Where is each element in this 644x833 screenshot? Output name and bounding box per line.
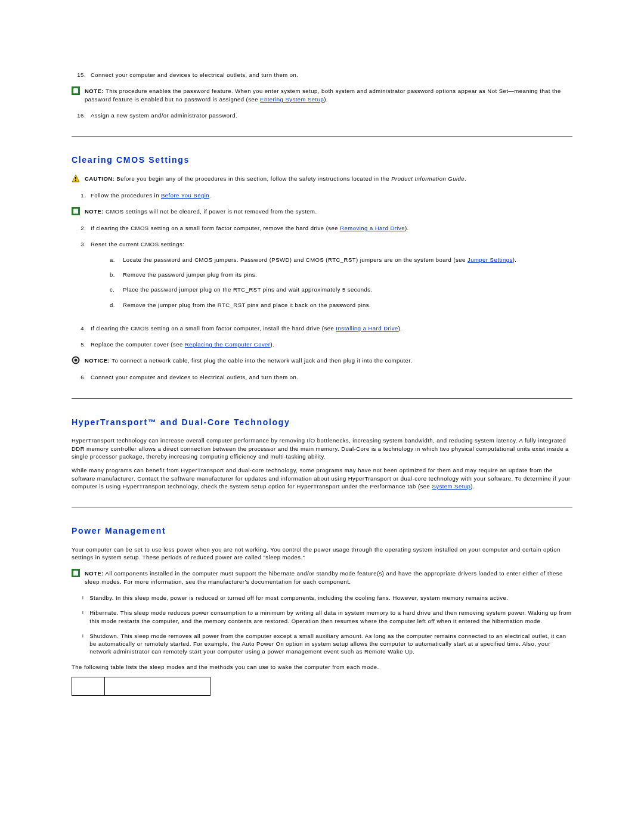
link-installing-hard-drive[interactable]: Installing a Hard Drive [336,325,398,332]
steps-list-top: 15. Connect your computer and devices to… [72,71,572,79]
heading-hypertransport: HyperTransport™ and Dual-Core Technology [72,417,572,429]
note-icon [72,86,80,95]
step-number: 6. [72,373,86,381]
step-4: 4. If clearing the CMOS setting on a sma… [72,324,572,332]
note-label: NOTE: [85,570,104,577]
step-text: Follow the procedures in Before You Begi… [91,191,211,199]
step-5: 5. Replace the computer cover (see Repla… [72,340,572,348]
link-before-you-begin[interactable]: Before You Begin [161,192,209,199]
caution-icon [72,174,80,182]
svg-rect-3 [75,180,76,181]
step-text: Connect your computer and devices to ele… [91,71,298,79]
table-cell [105,677,210,695]
caution-text: Before you begin any of the procedures i… [114,175,391,182]
document-page: 15. Connect your computer and devices to… [0,0,644,833]
note-text: All components installed in the computer… [85,570,563,584]
step-1: 1. Follow the procedures in Before You B… [72,191,572,199]
step-number: 1. [72,191,86,199]
step-number: 2. [72,224,86,232]
link-entering-system-setup[interactable]: Entering System Setup [260,96,324,103]
paragraph: HyperTransport technology can increase o… [72,436,572,460]
note-callout-cmos: NOTE: CMOS settings will not be cleared,… [72,208,572,216]
link-jumper-settings[interactable]: Jumper Settings [467,256,513,263]
step-number: 3. [72,240,86,315]
svg-point-7 [75,359,78,362]
notice-label: NOTICE: [85,357,110,364]
list-item: Standby. In this sleep mode, power is re… [82,594,572,602]
section-divider [72,507,572,507]
notice-callout: NOTICE: To connect a network cable, firs… [72,357,572,365]
step-6: 6. Connect your computer and devices to … [72,373,572,381]
substep-b: b.Remove the password jumper plug from i… [110,271,516,278]
substep-a: a.Locate the password and CMOS jumpers. … [110,256,516,264]
step-number: 4. [72,324,86,332]
paragraph: While many programs can benefit from Hyp… [72,466,572,490]
step-3: 3. Reset the current CMOS settings: a.Lo… [72,240,572,315]
steps-list-top-2: 16. Assign a new system and/or administr… [72,112,572,119]
substeps: a.Locate the password and CMOS jumpers. … [110,256,516,309]
sleep-mode-list: Standby. In this sleep mode, power is re… [82,594,572,656]
substep-c: c.Place the password jumper plug on the … [110,286,516,293]
steps-list-cmos-3: 6. Connect your computer and devices to … [72,373,572,381]
step-text: Assign a new system and/or administrator… [91,112,237,119]
step-15: 15. Connect your computer and devices to… [72,71,572,79]
substep-d: d.Remove the jumper plug from the RTC_RS… [110,301,516,309]
note-label: NOTE: [85,208,104,215]
notice-icon [72,356,80,364]
caution-body: CAUTION: Before you begin any of the pro… [85,175,572,182]
paragraph: Your computer can be set to use less pow… [72,546,572,562]
paragraph: The following table lists the sleep mode… [72,663,572,671]
steps-list-cmos: 1. Follow the procedures in Before You B… [72,191,572,199]
step-text: Connect your computer and devices to ele… [91,373,298,381]
note-icon [72,207,80,215]
caution-tail: . [465,175,466,182]
caution-label: CAUTION: [85,175,114,182]
list-item: Hibernate. This sleep mode reduces power… [82,609,572,625]
step-2: 2. If clearing the CMOS setting on a sma… [72,224,572,232]
section-divider [72,136,572,137]
note-body: NOTE: All components installed in the co… [85,569,572,586]
note-callout: NOTE: This procedure enables the passwor… [72,87,572,103]
notice-text: To connect a network cable, first plug t… [110,357,412,364]
svg-rect-2 [75,177,76,179]
note-label: NOTE: [85,88,104,94]
list-item: Shutdown. This sleep mode removes all po… [82,632,572,656]
note-body: NOTE: This procedure enables the passwor… [85,87,572,103]
note-callout-pm: NOTE: All components installed in the co… [72,569,572,586]
note-text-tail: ). [324,96,328,103]
heading-clearing-cmos: Clearing CMOS Settings [72,154,572,166]
note-icon [72,569,80,577]
link-replacing-cover[interactable]: Replacing the Computer Cover [185,341,271,348]
step-text: If clearing the CMOS setting on a small … [91,324,402,332]
step-16: 16. Assign a new system and/or administr… [72,112,572,119]
step-text: Reset the current CMOS settings: a.Locat… [91,240,516,315]
caution-italic: Product Information Guide [391,175,465,182]
step-number: 15. [72,71,86,79]
sleep-mode-table [72,677,210,696]
section-divider [72,398,572,399]
step-number: 16. [72,112,86,119]
step-text: If clearing the CMOS setting on a small … [91,224,409,232]
steps-list-cmos-2: 2. If clearing the CMOS setting on a sma… [72,224,572,348]
step-number: 5. [72,340,86,348]
note-body: NOTE: CMOS settings will not be cleared,… [85,208,572,215]
link-removing-hard-drive[interactable]: Removing a Hard Drive [340,225,405,231]
notice-body: NOTICE: To connect a network cable, firs… [85,357,572,364]
link-system-setup[interactable]: System Setup [432,483,470,490]
step-text: Replace the computer cover (see Replacin… [91,340,274,348]
heading-power-management: Power Management [72,525,572,537]
caution-callout: CAUTION: Before you begin any of the pro… [72,175,572,183]
note-text: CMOS settings will not be cleared, if po… [104,208,317,215]
table-cell [72,677,105,695]
